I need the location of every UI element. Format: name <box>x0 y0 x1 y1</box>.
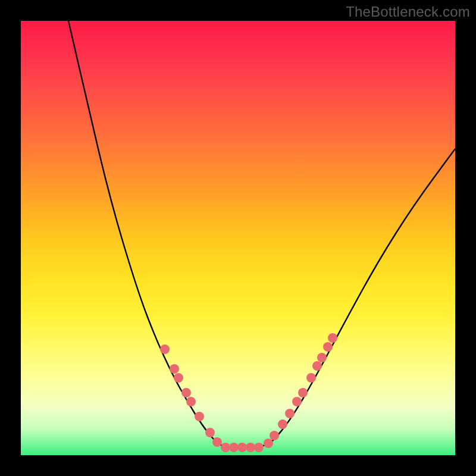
data-dot <box>312 361 322 371</box>
data-dot <box>237 443 247 452</box>
data-dot <box>246 443 255 452</box>
watermark-text: TheBottleneck.com <box>346 4 470 20</box>
data-dot <box>186 397 196 406</box>
data-dot <box>278 419 287 429</box>
data-dot <box>212 437 222 447</box>
data-dot <box>254 443 264 452</box>
data-dot <box>328 333 337 343</box>
chart-frame: TheBottleneck.com <box>0 0 476 476</box>
bottleneck-curve <box>68 21 455 447</box>
data-dots-group <box>160 333 337 452</box>
data-dot <box>298 388 308 397</box>
chart-svg <box>21 21 455 455</box>
data-dot <box>270 431 279 440</box>
data-dot <box>205 428 215 437</box>
data-dot <box>317 353 327 362</box>
data-dot <box>160 345 170 354</box>
data-dot <box>195 412 204 421</box>
data-dot <box>323 342 333 352</box>
data-dot <box>285 409 295 418</box>
data-dot <box>181 388 191 397</box>
data-dot <box>170 364 179 374</box>
data-dot <box>292 397 302 406</box>
data-dot <box>264 439 273 448</box>
data-dot <box>229 443 239 452</box>
data-dot <box>221 443 230 452</box>
data-dot <box>174 373 183 383</box>
data-dot <box>306 373 316 383</box>
